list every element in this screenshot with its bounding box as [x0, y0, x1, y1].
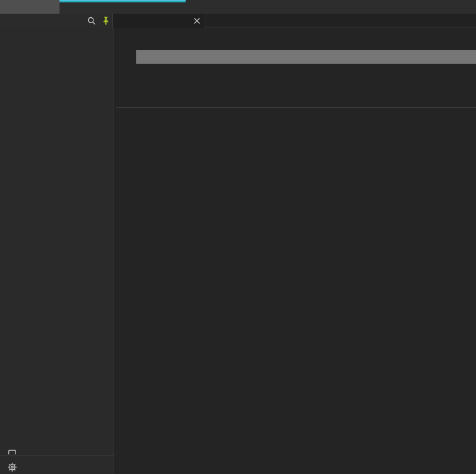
sidebar-divider [0, 455, 114, 456]
app-window [0, 0, 476, 474]
close-icon[interactable] [192, 16, 202, 26]
pin-icon[interactable] [101, 16, 111, 26]
sidebar-item-settings[interactable] [0, 456, 114, 474]
sidebar-item-clipped[interactable] [0, 447, 114, 454]
search-input[interactable] [5, 15, 82, 27]
teal-accent-strip [60, 0, 186, 2]
search-icon[interactable] [87, 16, 96, 26]
main-panel [114, 28, 476, 474]
clipped-app-icon [7, 448, 17, 454]
tab-traceroute-session[interactable] [114, 14, 205, 28]
settings-icon [7, 462, 17, 472]
titlebar [0, 0, 476, 14]
sidebar [0, 28, 114, 474]
session-tab-administrator[interactable] [0, 0, 60, 14]
table-header [116, 95, 476, 108]
toolbar [0, 14, 476, 28]
host-input[interactable] [136, 50, 476, 64]
search-area [0, 14, 113, 28]
traceroute-table [116, 95, 476, 108]
